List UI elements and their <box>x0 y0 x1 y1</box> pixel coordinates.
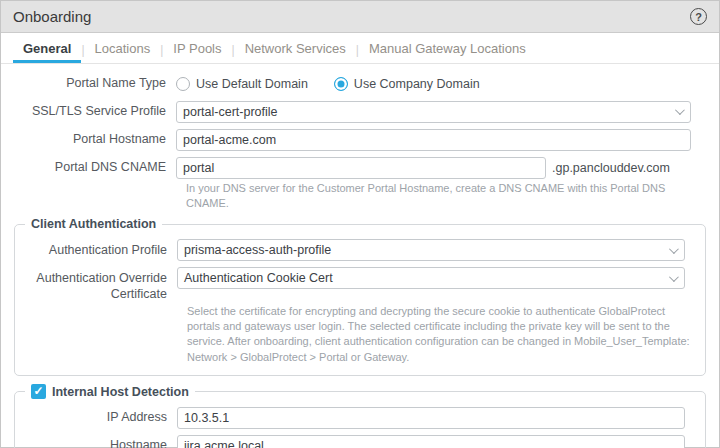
internal-host-detection-checkbox[interactable]: ✓ <box>31 384 46 399</box>
help-icon[interactable]: ? <box>690 8 707 25</box>
authentication-profile-select[interactable]: prisma-access-auth-profile <box>177 239 685 261</box>
portal-dns-cname-suffix: .gp.panclouddev.com <box>552 161 670 175</box>
hostname-input[interactable] <box>177 435 685 448</box>
authentication-override-certificate-value: Authentication Cookie Cert <box>184 271 333 285</box>
dialog-title: Onboarding <box>13 8 91 25</box>
portal-dns-cname-hint: In your DNS server for the Customer Port… <box>186 181 701 212</box>
authentication-profile-label: Authentication Profile <box>15 243 177 259</box>
portal-dns-cname-input[interactable] <box>176 157 546 179</box>
dialog-titlebar: Onboarding ? <box>1 1 719 33</box>
internal-host-detection-legend-text: Internal Host Detection <box>52 385 189 399</box>
radio-icon <box>176 77 190 91</box>
client-authentication-section: Client Authentication Authentication Pro… <box>14 217 706 376</box>
ssl-tls-service-profile-value: portal-cert-profile <box>183 105 277 119</box>
radio-use-company-domain-label: Use Company Domain <box>354 77 480 91</box>
hostname-label: Hostname <box>15 438 177 448</box>
tab-ip-pools[interactable]: IP Pools <box>163 39 231 63</box>
portal-name-type-label: Portal Name Type <box>1 76 176 92</box>
onboarding-dialog: Onboarding ? General | Locations | IP Po… <box>0 0 720 448</box>
chevron-down-icon <box>669 244 679 254</box>
authentication-override-certificate-label: Authentication Override Certificate <box>15 267 177 302</box>
portal-hostname-input[interactable] <box>176 129 691 151</box>
client-authentication-legend-text: Client Authentication <box>31 217 156 231</box>
ssl-tls-service-profile-label: SSL/TLS Service Profile <box>1 104 176 120</box>
radio-use-default-domain[interactable]: Use Default Domain <box>176 77 308 91</box>
authentication-override-certificate-select[interactable]: Authentication Cookie Cert <box>177 267 685 289</box>
radio-use-default-domain-label: Use Default Domain <box>196 77 308 91</box>
portal-name-type-radio-group: Use Default Domain Use Company Domain <box>176 77 480 91</box>
tab-bar: General | Locations | IP Pools | Network… <box>1 33 719 64</box>
tab-network-services[interactable]: Network Services <box>235 39 356 63</box>
portal-dns-cname-label: Portal DNS CNAME <box>1 160 176 176</box>
portal-hostname-label: Portal Hostname <box>1 132 176 148</box>
internal-host-detection-legend: ✓ Internal Host Detection <box>25 384 195 399</box>
tab-general[interactable]: General <box>13 39 81 63</box>
ip-address-label: IP Address <box>15 410 177 426</box>
general-tab-panel: Portal Name Type Use Default Domain Use … <box>1 64 719 448</box>
tab-manual-gateway-locations[interactable]: Manual Gateway Locations <box>359 39 536 63</box>
chevron-down-icon <box>675 105 685 115</box>
client-authentication-legend: Client Authentication <box>25 217 162 231</box>
ip-address-input[interactable] <box>177 407 685 429</box>
authentication-override-certificate-hint: Select the certificate for encrypting an… <box>187 304 695 366</box>
ssl-tls-service-profile-select[interactable]: portal-cert-profile <box>176 101 691 123</box>
radio-selected-icon <box>334 77 348 91</box>
tab-locations[interactable]: Locations <box>85 39 161 63</box>
internal-host-detection-section: ✓ Internal Host Detection IP Address Hos… <box>14 384 706 448</box>
radio-use-company-domain[interactable]: Use Company Domain <box>334 77 480 91</box>
chevron-down-icon <box>669 272 679 282</box>
authentication-profile-value: prisma-access-auth-profile <box>184 243 331 257</box>
